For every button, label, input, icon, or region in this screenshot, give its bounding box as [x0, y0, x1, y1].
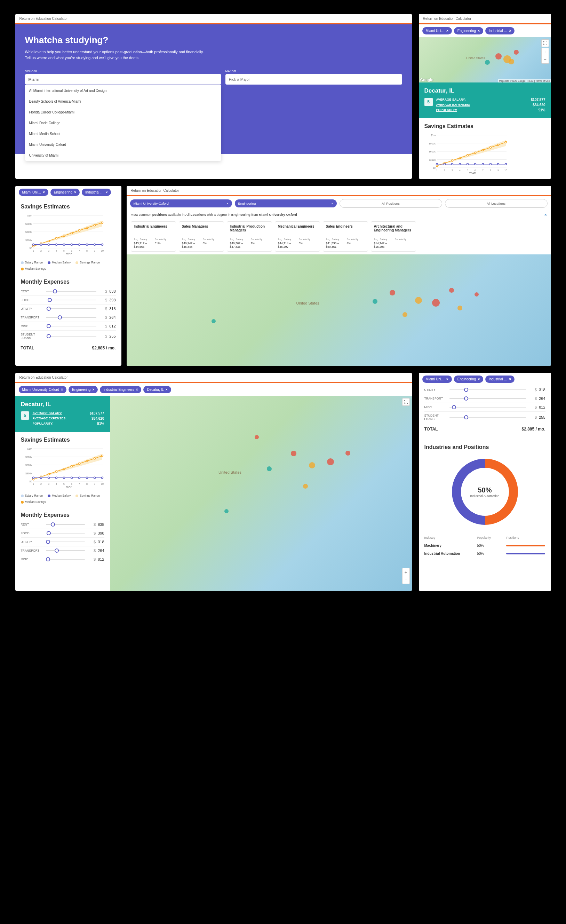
close-icon[interactable]: × [509, 377, 511, 381]
filter-chip[interactable]: Engineering × [454, 27, 483, 34]
filter-chip[interactable]: Miami Uni… × [422, 375, 452, 383]
position-card[interactable]: Industrial EngineersAvg. Salary$43,217 –… [131, 221, 176, 252]
expense-slider[interactable] [46, 300, 96, 300]
close-icon[interactable]: × [136, 388, 138, 392]
position-card[interactable]: Architectural and Engineering ManagersAv… [371, 221, 416, 252]
positions-filter[interactable]: All Positions [340, 199, 442, 208]
filter-chip[interactable]: Miami Uni… × [422, 27, 452, 34]
fullscreen-button[interactable]: ⛶ [402, 398, 410, 406]
close-icon[interactable]: × [446, 29, 448, 33]
expense-slider[interactable] [46, 291, 96, 292]
autocomplete-option[interactable]: University of Miami [25, 150, 221, 161]
zoom-out-button[interactable]: − [403, 576, 409, 584]
autocomplete-option[interactable]: Miami Media School [25, 128, 221, 139]
svg-text:$300k: $300k [25, 472, 32, 475]
zoom-in-button[interactable]: + [542, 48, 549, 56]
expense-slider[interactable] [46, 533, 85, 534]
svg-text:6: 6 [71, 249, 72, 252]
close-icon[interactable]: × [544, 213, 547, 217]
filter-chip[interactable]: Decatur, IL × [143, 386, 171, 393]
close-icon[interactable]: × [74, 190, 76, 194]
filter-chip[interactable]: Industrial … × [485, 375, 515, 383]
svg-text:5: 5 [63, 249, 65, 252]
expense-slider[interactable] [46, 550, 85, 551]
expense-slider[interactable] [449, 398, 526, 399]
popularity-value: 51% [538, 108, 545, 112]
expense-slider[interactable] [46, 326, 96, 327]
position-card[interactable]: Sales EngineersAvg. Salary$41,536 – $50,… [323, 221, 368, 252]
close-icon[interactable]: × [331, 201, 333, 206]
filter-chip[interactable]: Miami University-Oxford × [19, 386, 67, 393]
filter-chip[interactable]: Engineering × [69, 386, 98, 393]
school-pill[interactable]: Miami University-Oxford× [130, 200, 232, 207]
total-value: $2,885 / mo. [521, 427, 545, 432]
industry-row[interactable]: Industrial Automation50% [424, 549, 545, 558]
locations-filter[interactable]: All Locations [445, 199, 548, 208]
industries-donut: 50% Industrial Automation [452, 459, 518, 525]
expense-slider[interactable] [46, 542, 85, 542]
close-icon[interactable]: × [105, 190, 108, 194]
fullscreen-button[interactable]: ⛶ [541, 39, 549, 47]
autocomplete-option[interactable]: Florida Career College-Miami [25, 107, 221, 118]
autocomplete-option[interactable]: Miami Dade College [25, 118, 221, 128]
map[interactable]: ⛶ + − United States [110, 396, 412, 591]
expense-slider[interactable] [46, 317, 96, 318]
zoom-control: + − [402, 568, 410, 584]
expense-slider[interactable] [46, 524, 85, 525]
expense-row: UTILITY$318 [21, 538, 104, 546]
position-card[interactable]: Industrial Production ManagersAvg. Salar… [227, 221, 272, 252]
svg-point-68 [86, 244, 88, 245]
map[interactable]: United States [127, 254, 551, 366]
filter-chip[interactable]: Miami Uni… × [19, 189, 48, 196]
close-icon[interactable]: × [478, 29, 480, 33]
popularity-label[interactable]: POPULARITY: [436, 108, 457, 112]
expenses-label[interactable]: AVERAGE EXPENSES: [436, 103, 470, 107]
svg-text:2: 2 [444, 169, 445, 172]
svg-point-53 [48, 240, 49, 242]
autocomplete-option[interactable]: AI Miami International University of Art… [25, 85, 221, 96]
expense-slider[interactable] [449, 389, 526, 390]
school-input[interactable] [25, 74, 221, 85]
expense-slider[interactable] [46, 308, 96, 309]
filter-chip[interactable]: Engineering × [51, 189, 80, 196]
close-icon[interactable]: × [226, 201, 229, 206]
filter-chip[interactable]: Industrial Engineers × [100, 386, 141, 393]
expense-slider[interactable] [46, 559, 85, 560]
position-title: Sales Engineers [326, 225, 365, 234]
svg-point-29 [505, 163, 506, 165]
close-icon[interactable]: × [166, 388, 168, 392]
city-name: Decatur, IL [21, 401, 104, 408]
expense-value: $264 [88, 549, 104, 553]
expense-slider[interactable] [449, 407, 526, 408]
svg-text:1: 1 [436, 169, 438, 172]
filter-chip[interactable]: Industrial … × [82, 189, 111, 196]
industry-row[interactable]: Machinery50% [424, 542, 545, 549]
autocomplete-option[interactable]: Miami University-Oxford [25, 139, 221, 150]
filter-chip[interactable]: Engineering × [454, 375, 483, 383]
close-icon[interactable]: × [446, 377, 448, 381]
zoom-in-button[interactable]: + [403, 568, 409, 576]
city-name: Decatur, IL [424, 87, 545, 94]
filter-chip[interactable]: Industrial … × [485, 27, 515, 34]
major-label: MAJOR [225, 70, 402, 73]
close-icon[interactable]: × [61, 388, 63, 392]
zoom-out-button[interactable]: − [542, 56, 549, 63]
expense-label: TRANSPORT [21, 316, 43, 319]
close-icon[interactable]: × [92, 388, 94, 392]
map[interactable]: ⛶ + − Google Map data ©2020 Google, INEG… [419, 37, 551, 82]
donut-sublabel: Industrial Automation [470, 494, 499, 498]
position-card[interactable]: Sales ManagersAvg. Salary$40,942 – $45,8… [179, 221, 224, 252]
position-card[interactable]: Mechanical EngineersAvg. Salary$44,714 –… [275, 221, 320, 252]
expense-row: TRANSPORT$264 [21, 313, 116, 322]
major-input[interactable] [225, 74, 402, 85]
close-icon[interactable]: × [43, 190, 45, 194]
expense-slider[interactable] [46, 336, 96, 336]
close-icon[interactable]: × [509, 29, 511, 33]
major-pill[interactable]: Engineering× [235, 200, 337, 207]
close-icon[interactable]: × [478, 377, 480, 381]
autocomplete-option[interactable]: Beauty Schools of America-Miami [25, 96, 221, 107]
salary-label[interactable]: AVERAGE SALARY: [436, 98, 466, 102]
svg-point-97 [70, 465, 72, 467]
svg-point-98 [78, 463, 80, 465]
expense-slider[interactable] [449, 417, 526, 418]
